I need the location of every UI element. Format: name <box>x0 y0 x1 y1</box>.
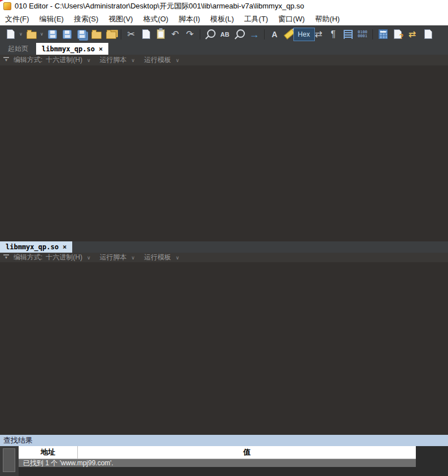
replace-icon[interactable]: AB <box>218 27 232 41</box>
editor-options-bar: ▼ 编辑方式: 十六进制(H) ∨ 运行脚本 ∨ 运行模板 ∨ <box>0 55 448 65</box>
save-all-icon[interactable] <box>74 27 89 41</box>
edit-mode-dropdown[interactable]: 十六进制(H) <box>46 253 82 262</box>
tab-bar: 起始页 libmmyx_qp.so × <box>0 43 448 55</box>
hex-mode-button[interactable]: Hex <box>297 27 311 41</box>
menu-item[interactable]: 帮助(H) <box>310 14 345 24</box>
word-wrap-icon[interactable]: ⇄ <box>311 27 326 41</box>
tab-file-label: libmmyx_qp.so <box>6 243 59 251</box>
file-help-icon[interactable]: ? <box>390 27 405 41</box>
edit-mode-dropdown[interactable]: 十六进制(H) <box>46 55 82 65</box>
app-icon <box>3 2 11 10</box>
toolbar-separator <box>370 28 375 41</box>
save-as-icon[interactable] <box>60 27 74 41</box>
hex-editor-pane-top: ▼ 编辑方式: 十六进制(H) ∨ 运行脚本 ∨ 运行模板 ∨ <box>0 55 448 241</box>
window-title: 010 Editor - C:\Users\Administrator\Desk… <box>15 1 304 11</box>
find-summary-text: 已找到 1 个 'www.mpj99.com'. <box>19 459 113 467</box>
new-file-caret[interactable]: ∨ <box>18 32 24 37</box>
tab-close-icon[interactable]: × <box>63 243 67 251</box>
menu-item[interactable]: 格式(O) <box>138 14 174 24</box>
run-template-dropdown[interactable]: 运行模板 <box>144 253 171 262</box>
cut-icon[interactable]: ✂ <box>124 27 138 41</box>
find-results-header: 地址 值 <box>19 446 416 459</box>
chevron-down-icon[interactable]: ∨ <box>87 58 91 63</box>
edit-mode-label: 编辑方式: <box>14 253 42 262</box>
run-script-dropdown[interactable]: 运行脚本 <box>100 55 127 65</box>
tab-file-active-bottom[interactable]: libmmyx_qp.so × <box>0 241 72 253</box>
redo-icon[interactable]: ↷ <box>183 27 197 41</box>
collapse-icon[interactable]: ▼ <box>3 57 9 63</box>
hex-editor-pane-bottom: ▼ 编辑方式: 十六进制(H) ∨ 运行脚本 ∨ 运行模板 ∨ <box>0 253 448 435</box>
toolbar-separator <box>197 28 203 41</box>
chevron-down-icon[interactable]: ∨ <box>87 255 91 261</box>
chevron-down-icon[interactable]: ∨ <box>131 255 135 261</box>
title-bar: 010 Editor - C:\Users\Administrator\Desk… <box>0 0 448 12</box>
panel-grip-button[interactable] <box>3 448 15 472</box>
font-icon[interactable]: A <box>267 27 282 41</box>
chevron-down-icon[interactable]: ∨ <box>131 58 135 63</box>
chevron-down-icon[interactable]: ∨ <box>175 255 179 261</box>
app-window: { "window": { "title": "010 Editor - C:\… <box>0 0 448 476</box>
toolbar: ∨∨✂↶↷AB→AHex⇄¶01000001?⇄ <box>0 25 448 43</box>
menu-item[interactable]: 视图(V) <box>103 14 138 24</box>
open-folder-icon[interactable] <box>89 27 103 41</box>
find-in-files-icon[interactable] <box>232 27 247 41</box>
menu-item[interactable]: 编辑(E) <box>34 14 69 24</box>
tab-close-icon[interactable]: × <box>99 45 103 53</box>
goto-icon[interactable]: → <box>247 27 261 41</box>
menu-item[interactable]: 模板(L) <box>205 14 239 24</box>
compare-icon[interactable]: ⇄ <box>405 27 419 41</box>
columns-icon[interactable] <box>341 27 355 41</box>
panel-side-strip <box>0 446 19 476</box>
undo-icon[interactable]: ↶ <box>168 27 182 41</box>
menu-item[interactable]: 脚本(I) <box>173 14 205 24</box>
chevron-down-icon[interactable]: ∨ <box>175 58 179 63</box>
copy-files-icon[interactable] <box>104 27 118 41</box>
copy-icon[interactable] <box>139 27 153 41</box>
column-header-address[interactable]: 地址 <box>19 446 78 459</box>
menu-bar: 文件(F)编辑(E)搜索(S)视图(V)格式(O)脚本(I)模板(L)工具(T)… <box>0 12 448 26</box>
tab-start-page[interactable]: 起始页 <box>0 43 36 55</box>
column-header-value[interactable]: 值 <box>78 446 416 459</box>
binary-view-icon[interactable]: 01000001 <box>355 27 370 41</box>
menu-item[interactable]: 文件(F) <box>0 14 34 24</box>
tab-file-active[interactable]: libmmyx_qp.so × <box>36 43 108 55</box>
tab-file-label: libmmyx_qp.so <box>42 45 95 53</box>
toolbar-separator <box>262 28 267 41</box>
run-script-dropdown[interactable]: 运行脚本 <box>100 253 127 262</box>
clipped-edge-icon[interactable] <box>421 27 435 41</box>
menu-item[interactable]: 窗口(W) <box>273 14 310 24</box>
menu-item[interactable]: 搜索(S) <box>69 14 103 24</box>
paste-icon[interactable] <box>153 27 168 41</box>
find-icon[interactable] <box>203 27 217 41</box>
pilcrow-icon[interactable]: ¶ <box>326 27 340 41</box>
edit-mode-label: 编辑方式: <box>14 55 42 65</box>
find-summary-row[interactable]: 已找到 1 个 'www.mpj99.com'. <box>19 459 416 467</box>
open-file-caret[interactable]: ∨ <box>39 32 45 37</box>
collapse-icon[interactable]: ▼ <box>3 254 9 261</box>
calculator-icon[interactable] <box>376 27 390 41</box>
menu-item[interactable]: 工具(T) <box>239 14 274 24</box>
new-file-icon[interactable] <box>3 27 17 41</box>
open-file-icon[interactable] <box>24 27 38 41</box>
tab-bar-bottom: libmmyx_qp.so × <box>0 241 448 253</box>
find-results-title: 查找结果 <box>0 435 448 446</box>
editor-options-bar: ▼ 编辑方式: 十六进制(H) ∨ 运行脚本 ∨ 运行模板 ∨ <box>0 253 448 262</box>
find-results-panel: 查找结果 地址 值 已找到 1 个 'www.mpj99.com'. <box>0 435 448 476</box>
find-results-table: 地址 值 已找到 1 个 'www.mpj99.com'. <box>19 446 416 476</box>
run-template-dropdown[interactable]: 运行模板 <box>144 55 171 65</box>
toolbar-separator <box>118 28 124 41</box>
save-icon[interactable] <box>45 27 59 41</box>
